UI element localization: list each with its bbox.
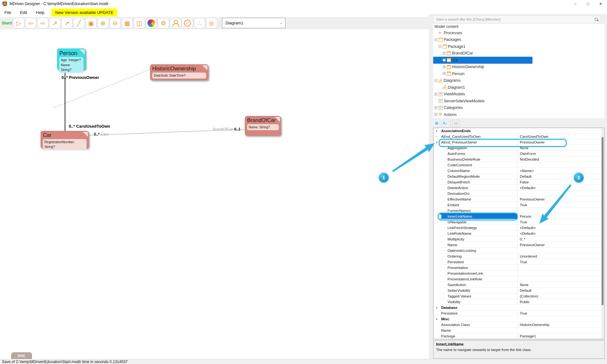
property-value[interactable]: [517, 328, 604, 333]
association-label-carsiusedtoown[interactable]: 0..* CarsIUsedToOwn: [69, 124, 110, 129]
property-value[interactable]: OwnForm: [517, 151, 604, 156]
attribute[interactable]: DateSold: DateTime?: [154, 73, 205, 78]
update-notice-button[interactable]: New Version available UPDATE: [51, 9, 117, 16]
property-row-optimisticlocking[interactable]: OptimisticLocking: [434, 248, 604, 253]
property-value[interactable]: NotDecided: [517, 156, 604, 162]
minimize-icon[interactable]: [569, 0, 582, 8]
window-play-button[interactable]: ◫: [134, 18, 145, 29]
tree-expander-plus-icon[interactable]: +: [443, 66, 446, 68]
property-value[interactable]: PreviousOwner: [517, 242, 604, 248]
property-value[interactable]: [517, 191, 604, 196]
property-value[interactable]: Person: [517, 214, 604, 219]
dashed-line-button[interactable]: ╱: [73, 18, 85, 29]
property-row-package[interactable]: PackagePackage1: [434, 333, 604, 339]
property-value[interactable]: <Default>: [517, 185, 604, 191]
property-value[interactable]: Default: [517, 288, 604, 293]
row-expander-icon[interactable]: [434, 317, 440, 321]
menu-help[interactable]: Help: [31, 9, 49, 16]
tree-item-categories[interactable]: +Categories: [433, 105, 604, 112]
class-box-brandofcar[interactable]: BrandOfCar Name: String?: [245, 116, 281, 136]
property-value[interactable]: Unordered: [517, 253, 604, 259]
search-icon[interactable]: [594, 17, 598, 22]
categorized-view-icon[interactable]: ⊞: [433, 120, 440, 127]
forward-button[interactable]: ⇨: [37, 18, 49, 29]
attribute[interactable]: Name: String?: [249, 125, 277, 130]
doc-tab[interactable]: DOC: [11, 352, 32, 359]
tree-expander-plus-icon[interactable]: +: [434, 106, 437, 109]
association-label-brandofcar[interactable]: BrandOfCar 0..1: [213, 127, 240, 131]
tree-expander-minus-icon[interactable]: −: [434, 38, 437, 41]
tree-expander-plus-icon[interactable]: +: [443, 59, 446, 61]
property-row-ordering[interactable]: OrderingUnordered: [434, 253, 604, 259]
arrow-button[interactable]: ↗: [49, 18, 61, 29]
property-value[interactable]: Public: [517, 299, 604, 305]
property-value[interactable]: [517, 208, 604, 214]
tree-item-viewmodels[interactable]: +ViewModels: [433, 91, 604, 98]
property-row-delayedfetch[interactable]: DelayedFetchFalse: [434, 179, 604, 185]
attribute[interactable]: Age: Integer?: [61, 58, 82, 62]
property-row-presentationlinkrole[interactable]: PresentationLinkRole: [434, 276, 604, 282]
rings-button[interactable]: ◎: [206, 18, 217, 29]
property-row-name[interactable]: NamePreviousOwner: [434, 242, 604, 248]
property-row-defaultregionmode[interactable]: DefaultRegionModeDefault: [434, 174, 604, 179]
property-row-persistent[interactable]: PersistentTrue: [434, 259, 604, 265]
property-row-settervisibility[interactable]: SetterVisibilityDefault: [434, 288, 604, 293]
attribute[interactable]: RegistrationNumber: String?: [44, 140, 85, 149]
property-value[interactable]: None: [517, 145, 604, 151]
tree-expander-plus-icon[interactable]: +: [434, 113, 437, 116]
property-row-isnavigable[interactable]: IsNavigableTrue: [434, 219, 604, 225]
tree-item-packages[interactable]: −Packages: [433, 36, 604, 43]
property-pages-icon[interactable]: ▭: [453, 120, 460, 127]
tree-item-actions[interactable]: +Actions: [433, 111, 604, 118]
property-row-deleteaction[interactable]: DeleteAction<Default>: [434, 185, 604, 191]
property-value[interactable]: True: [517, 259, 604, 265]
person-key-button[interactable]: [170, 18, 181, 29]
property-value[interactable]: [517, 248, 604, 253]
row-expander-icon[interactable]: [434, 141, 440, 144]
start-label[interactable]: Start!: [2, 21, 12, 25]
property-value[interactable]: <Default>: [517, 225, 604, 231]
property-value[interactable]: 0..*: [517, 236, 604, 242]
property-row-derivationocl[interactable]: DerivationOcl: [434, 191, 604, 196]
check-button[interactable]: ✓: [182, 18, 193, 29]
property-row-tagged-values[interactable]: Tagged Values(Collection): [434, 293, 604, 299]
property-row-multiplicity[interactable]: Multiplicity0..*: [434, 236, 604, 242]
property-row-presentationinnerlink[interactable]: PresentationInnerLink: [434, 271, 604, 276]
class-box-historicownership[interactable]: HistoricOwnership DateSold: DateTime?: [150, 64, 208, 80]
property-row-database[interactable]: Database: [434, 305, 604, 310]
class-box-car[interactable]: Car RegistrationNumber: String?: [41, 131, 89, 148]
property-row-association-class[interactable]: Association ClassHistoricOwnership: [434, 322, 604, 328]
tree-item-processes[interactable]: Processes: [433, 29, 604, 36]
tree-item-historicownership[interactable]: +HistoricOwnership: [433, 64, 604, 71]
play-button[interactable]: ▷: [13, 18, 24, 29]
tree-item-diagram1[interactable]: Diagram1: [433, 84, 604, 91]
property-value[interactable]: True: [517, 310, 604, 316]
tree-expander-minus-icon[interactable]: −: [434, 79, 437, 82]
select-button[interactable]: ▣: [85, 18, 97, 29]
tree-expander-plus-icon[interactable]: +: [443, 52, 446, 55]
row-expander-icon[interactable]: [434, 134, 440, 139]
row-expander-icon[interactable]: [434, 306, 440, 309]
property-value[interactable]: HistoricOwnership: [517, 322, 604, 328]
zoom-in-button[interactable]: ⊕: [97, 18, 109, 29]
property-row-visibility[interactable]: VisibilityPublic: [434, 299, 604, 305]
property-row-businessdeleterule[interactable]: BusinessDeleteRuleNotDecided: [434, 156, 604, 162]
form-button[interactable]: ▦: [121, 18, 133, 29]
tree-item-package1[interactable]: −Package1: [433, 43, 604, 50]
property-value[interactable]: [517, 276, 604, 282]
property-value[interactable]: [517, 265, 604, 271]
property-value[interactable]: PreviousOwner: [517, 196, 604, 202]
property-row-linkfetchstrategy[interactable]: LinkFetchStrategy<Default>: [434, 225, 604, 231]
tree-expander-plus-icon[interactable]: +: [434, 93, 437, 96]
property-grid-scrollbar[interactable]: [601, 128, 604, 339]
property-value[interactable]: None: [517, 282, 604, 288]
search-input[interactable]: [434, 16, 590, 23]
property-value[interactable]: [517, 162, 604, 168]
property-value[interactable]: CarsIUsedToOwn: [517, 134, 604, 139]
attribute[interactable]: Name: String?: [61, 63, 82, 72]
arrow-line-button[interactable]: ↗: [61, 18, 73, 29]
alphabetical-sort-icon[interactable]: A↓: [441, 120, 448, 127]
property-value[interactable]: False: [517, 179, 604, 185]
property-value[interactable]: <Default>: [517, 231, 604, 236]
menu-edit[interactable]: Edit: [16, 9, 31, 16]
